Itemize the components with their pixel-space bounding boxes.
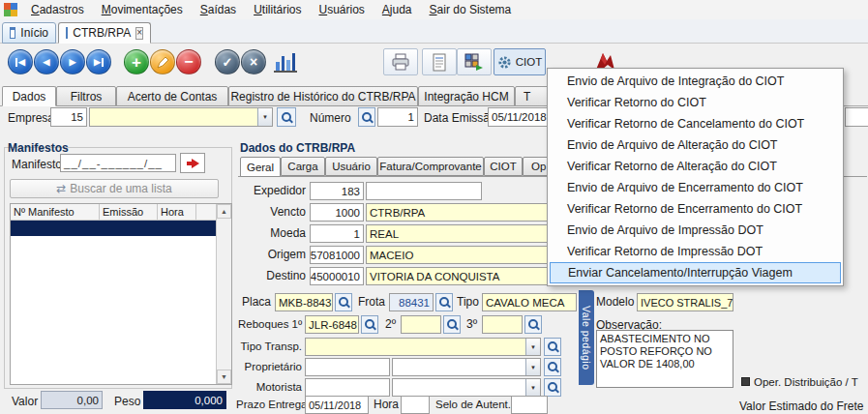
tipo-transp-combo[interactable]: ▼ — [305, 338, 541, 356]
menu-utilitarios[interactable]: Utilitários — [245, 0, 310, 19]
chevron-down-icon[interactable]: ▼ — [525, 359, 540, 375]
edit-button[interactable] — [150, 49, 175, 74]
menu-item-enviar-cancelamento-viagem[interactable]: Enviar Cancelamento/Interrupção Viagem — [550, 262, 841, 283]
menu-item-envio-integracao[interactable]: Envio de Arquivo de Integração do CIOT — [548, 71, 843, 92]
menu-usuarios[interactable]: Usuários — [310, 0, 373, 19]
confirm-button[interactable]: ✓ — [215, 49, 240, 74]
grid-scrollbar[interactable]: ▲ ▼ — [216, 204, 231, 384]
tab-carga[interactable]: Carga — [281, 157, 325, 176]
reboque1-field[interactable]: JLR-6848 — [305, 315, 359, 334]
numero-field[interactable]: 1 — [377, 107, 418, 127]
reboque2-field[interactable] — [401, 315, 441, 334]
tab-ctrb-rpa[interactable]: CTRB/RPA × — [58, 22, 151, 44]
motorista-combo[interactable]: ▼ — [392, 378, 541, 397]
proprietario-code-field[interactable] — [305, 358, 390, 376]
tipo-transp-search-button[interactable] — [544, 338, 561, 356]
menu-item-envio-impressao-dot[interactable]: Envio de Arquivo de Impressão DOT — [548, 220, 843, 241]
menu-item-envio-encerramento[interactable]: Envio de Arquivo de Encerramento do CIOT — [548, 177, 843, 198]
selo-field[interactable] — [511, 396, 548, 414]
first-record-button[interactable]: ◀ — [8, 49, 33, 74]
placa-field[interactable]: MKB-8843 — [275, 293, 333, 311]
tab-fatura-comprovante[interactable]: Fatura/Comprovante — [377, 157, 484, 176]
tab-geral[interactable]: Geral — [240, 157, 281, 177]
proprietario-search-button[interactable] — [544, 358, 561, 376]
origem-code-field[interactable]: 57081000 — [310, 246, 364, 264]
destino-value-field[interactable]: VITORIA DA CONQUISTA — [366, 267, 548, 285]
scroll-up-icon[interactable]: ▲ — [217, 204, 231, 219]
tab-filtros[interactable]: Filtros — [56, 86, 116, 106]
tab-registro-historico[interactable]: Registro de Histórico do CTRB/RPA — [228, 86, 418, 106]
menu-sair[interactable]: Sair do Sistema — [421, 0, 521, 19]
chart-button[interactable] — [274, 51, 297, 73]
tab-usuario[interactable]: Usuário — [325, 157, 377, 176]
menu-saidas[interactable]: Saídas — [192, 0, 245, 19]
ciot-button[interactable]: CIOT — [494, 48, 546, 75]
chevron-down-icon[interactable]: ▼ — [525, 339, 540, 355]
frota-label: Frota — [358, 293, 385, 311]
buscar-lista-button[interactable]: ⇄ Buscar de uma lista — [10, 179, 219, 198]
grid-selected-row[interactable] — [11, 221, 218, 236]
placa-search-button[interactable] — [335, 293, 352, 311]
moeda-code-field[interactable]: 1 — [310, 224, 364, 243]
menu-item-retorno-encerramento[interactable]: Verificar Retorno de Encerramento do CIO… — [548, 198, 843, 220]
partial-field[interactable] — [845, 107, 868, 127]
reboque1-search-button[interactable] — [361, 315, 378, 334]
observacao-textarea[interactable]: ABASTECIMENTO NO POSTO REFORÇO NO VALOR … — [596, 330, 733, 388]
last-record-button[interactable]: ▶ — [86, 49, 111, 74]
menu-item-envio-alteracao[interactable]: Envio de Arquivo de Alteração do CIOT — [548, 134, 843, 156]
tipo-field[interactable]: CAVALO MECA — [482, 293, 577, 311]
reboque3-search-button[interactable] — [524, 315, 542, 334]
menu-ajuda[interactable]: Ajuda — [374, 0, 421, 19]
peso-field: 0,000 — [143, 391, 226, 409]
origem-value-field[interactable]: MACEIO — [366, 246, 548, 264]
tab-acerto-de-contas[interactable]: Acerto de Contas — [116, 86, 228, 106]
prior-record-button[interactable]: ◀ — [34, 49, 59, 74]
cancel-button[interactable]: × — [241, 49, 266, 74]
hora-field[interactable] — [401, 396, 430, 414]
modelo-field[interactable]: IVECO STRALIS_740S — [637, 293, 733, 311]
expedidor-code-field[interactable]: 183 — [310, 182, 364, 200]
next-record-button[interactable]: ▶ — [60, 49, 85, 74]
motorista-search-button[interactable] — [544, 378, 561, 397]
tab-inicio[interactable]: Início — [2, 22, 56, 44]
oper-distribuicao-checkbox[interactable]: Oper. Distribuição / T — [741, 376, 868, 388]
reboque2-search-button[interactable] — [443, 315, 461, 334]
prazo-entrega-field[interactable]: 05/11/2018 — [305, 396, 369, 414]
vale-pedagio-tab[interactable]: Vale pedágio — [579, 290, 594, 385]
tab-dados[interactable]: Dados — [2, 86, 56, 106]
vencto-code-field[interactable]: 1000 — [310, 203, 364, 222]
vencto-value-field[interactable]: CTRB/RPA — [366, 203, 548, 222]
manifesto-go-button[interactable] — [180, 153, 205, 173]
manifestos-grid[interactable]: Nº Manifesto Emissão Hora ▲ ▼ — [10, 203, 232, 385]
menu-item-retorno-cancelamento[interactable]: Verificar Retorno de Cancelamento do CIO… — [548, 113, 843, 134]
add-button[interactable]: + — [124, 49, 149, 74]
manifesto-input[interactable]: __/__-______/__ — [60, 154, 176, 172]
numero-search-button[interactable] — [358, 107, 375, 127]
expedidor-value-field[interactable] — [366, 182, 482, 200]
chevron-down-icon[interactable]: ▼ — [525, 379, 540, 396]
report-button[interactable] — [422, 48, 457, 75]
moeda-value-field[interactable]: REAL — [366, 224, 548, 243]
destino-code-field[interactable]: 45000010 — [310, 267, 364, 285]
proprietario-combo[interactable]: ▼ — [392, 358, 541, 376]
chevron-down-icon[interactable]: ▼ — [257, 108, 272, 126]
motorista-code-field[interactable] — [305, 378, 390, 397]
frota-field[interactable]: 88431 — [389, 293, 434, 311]
delete-button[interactable]: − — [176, 49, 201, 74]
empresa-search-button[interactable] — [277, 107, 296, 127]
menu-item-retorno-alteracao[interactable]: Verificar Retorno de Alteração do CIOT — [548, 156, 843, 177]
menu-movimentacoes[interactable]: Movimentações — [93, 0, 192, 19]
menu-item-retorno-ciot[interactable]: Verificar Retorno do CIOT — [548, 92, 843, 113]
empresa-code-field[interactable]: 15 — [50, 107, 87, 127]
close-icon[interactable]: × — [135, 27, 143, 40]
reboque3-field[interactable] — [482, 315, 523, 334]
menu-item-retorno-impressao-dot[interactable]: Verificar Retorno de Impressão DOT — [548, 241, 843, 262]
frota-search-button[interactable] — [435, 293, 453, 311]
export-button[interactable] — [457, 48, 492, 75]
menu-cadastros[interactable]: Cadastros — [22, 0, 93, 19]
empresa-combo[interactable]: ▼ — [89, 107, 273, 127]
tab-ciot-inner[interactable]: CIOT — [484, 157, 523, 176]
print-button[interactable] — [383, 48, 418, 75]
scroll-down-icon[interactable]: ▼ — [217, 370, 231, 384]
tab-integracao-hcm[interactable]: Integração HCM — [418, 86, 515, 106]
